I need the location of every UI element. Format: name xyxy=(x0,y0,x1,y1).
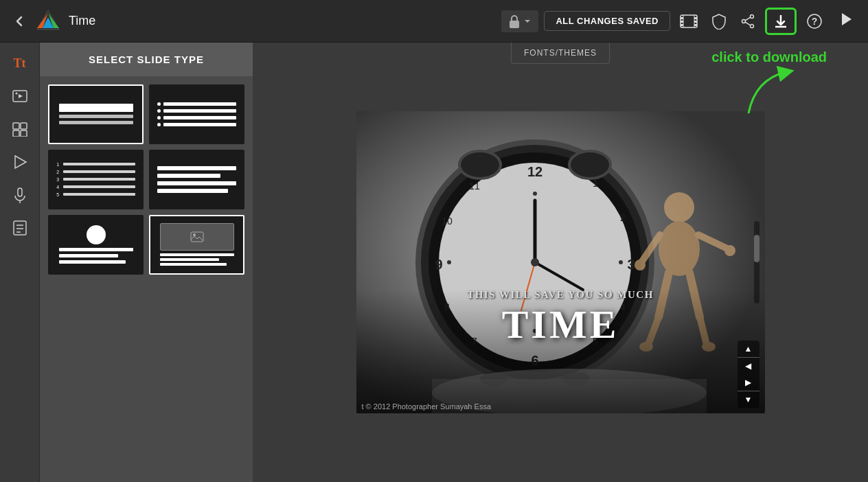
download-button[interactable] xyxy=(765,8,797,35)
arrow-down-button[interactable]: ▼ xyxy=(738,391,760,408)
svg-point-26 xyxy=(15,93,17,95)
svg-point-16 xyxy=(742,19,746,23)
logo xyxy=(36,9,60,34)
slide-background: 12 3 6 9 1 2 4 5 7 8 10 11 xyxy=(356,111,765,413)
arrow-right-button[interactable]: ▶ xyxy=(738,374,760,391)
svg-rect-6 xyxy=(681,17,683,19)
svg-rect-32 xyxy=(18,188,22,196)
content-area: FONTS/THEMES xyxy=(253,43,868,482)
svg-point-15 xyxy=(751,24,754,27)
navigation-arrows: ▲ ◀ ▶ ▼ xyxy=(738,341,760,408)
slide-type-bullet-list[interactable] xyxy=(149,84,244,144)
annotation-click-text: click to download xyxy=(711,49,827,65)
lock-button[interactable] xyxy=(501,10,538,32)
svg-rect-28 xyxy=(21,123,27,129)
slide-text-overlay: THIS WILL SAVE YOU SO MUCH TIME xyxy=(356,289,765,345)
svg-rect-27 xyxy=(13,123,19,129)
svg-point-68 xyxy=(664,192,694,222)
sidebar-item-media[interactable] xyxy=(5,81,35,111)
sidebar-item-audio[interactable] xyxy=(5,180,35,210)
slide-title: TIME xyxy=(356,305,765,345)
svg-line-17 xyxy=(745,17,751,21)
main-area: Tt xyxy=(0,43,868,482)
svg-point-65 xyxy=(569,151,610,179)
svg-text:12: 12 xyxy=(527,164,542,179)
svg-rect-34 xyxy=(14,221,26,235)
svg-point-56 xyxy=(533,192,537,196)
slide-type-center-title[interactable] xyxy=(48,84,144,144)
slide-type-avatar-bars[interactable] xyxy=(48,215,144,275)
scroll-thumb[interactable] xyxy=(754,235,760,262)
svg-text:?: ? xyxy=(812,16,818,27)
slide-preview: 12 3 6 9 1 2 4 5 7 8 10 11 xyxy=(356,111,765,413)
slide-type-photo-text[interactable] xyxy=(149,215,244,275)
svg-marker-31 xyxy=(15,156,26,168)
svg-rect-8 xyxy=(681,24,683,26)
project-title: Time xyxy=(69,14,95,28)
svg-rect-7 xyxy=(681,21,683,23)
svg-text:11: 11 xyxy=(469,181,480,192)
saved-status-badge: ALL CHANGES SAVED xyxy=(544,11,670,31)
svg-marker-23 xyxy=(842,13,852,25)
film-button[interactable] xyxy=(676,10,702,33)
sidebar-item-notes[interactable] xyxy=(5,213,35,243)
shield-button[interactable] xyxy=(707,9,731,34)
slide-subtitle: THIS WILL SAVE YOU SO MUCH xyxy=(356,289,765,301)
topbar: Time ALL CHANGES SAVED xyxy=(0,0,868,43)
share-button[interactable] xyxy=(736,10,760,33)
slide-type-lines-only[interactable] xyxy=(149,150,244,209)
svg-text:3: 3 xyxy=(627,257,635,272)
svg-point-63 xyxy=(531,258,539,266)
svg-point-59 xyxy=(619,260,623,264)
back-button[interactable] xyxy=(8,10,30,32)
svg-rect-11 xyxy=(694,24,697,26)
arrow-left-button[interactable]: ◀ xyxy=(738,358,760,374)
svg-rect-29 xyxy=(13,130,19,137)
svg-text:10: 10 xyxy=(442,216,453,227)
svg-marker-25 xyxy=(19,94,23,98)
svg-rect-38 xyxy=(191,232,203,242)
svg-point-74 xyxy=(724,245,735,256)
download-annotation: click to download xyxy=(711,49,827,120)
slide-credit: t © 2012 Photographer Sumayah Essa xyxy=(362,402,492,411)
sidebar-item-animation[interactable] xyxy=(5,147,35,177)
scroll-controls: ▲ ◀ ▶ ▼ xyxy=(738,341,760,408)
svg-rect-4 xyxy=(510,21,519,28)
svg-point-14 xyxy=(751,14,754,18)
svg-rect-10 xyxy=(694,21,697,23)
svg-point-70 xyxy=(659,221,700,276)
left-sidebar: Tt xyxy=(0,43,40,482)
fonts-themes-tab[interactable]: FONTS/THEMES xyxy=(511,43,610,64)
sidebar-item-text[interactable]: Tt xyxy=(5,48,35,78)
help-button[interactable]: ? xyxy=(802,9,827,34)
svg-point-64 xyxy=(459,151,501,179)
slide-type-header: SELECT SLIDE TYPE xyxy=(40,43,253,76)
svg-text:2: 2 xyxy=(620,212,626,223)
sidebar-item-layout[interactable] xyxy=(5,114,35,144)
svg-text:9: 9 xyxy=(435,257,442,272)
svg-rect-9 xyxy=(694,17,697,19)
slide-type-numbered-list[interactable]: 1 2 3 4 5 xyxy=(48,150,144,209)
play-button[interactable] xyxy=(832,8,860,34)
svg-rect-30 xyxy=(21,130,27,137)
slide-type-grid: 1 2 3 4 5 xyxy=(40,76,253,283)
svg-point-58 xyxy=(447,260,451,264)
svg-line-18 xyxy=(745,22,751,25)
slide-type-panel: SELECT SLIDE TYPE xyxy=(40,43,253,482)
svg-point-72 xyxy=(635,260,646,271)
